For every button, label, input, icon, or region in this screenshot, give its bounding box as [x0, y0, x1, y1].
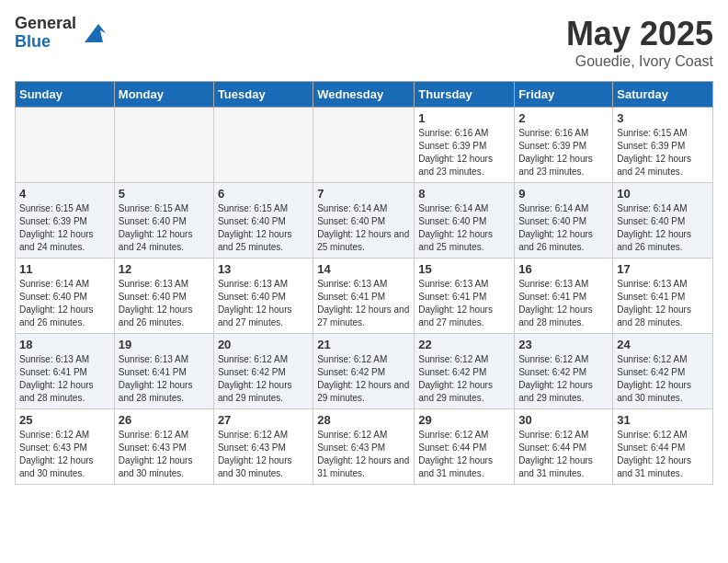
day-info: Sunrise: 6:13 AM Sunset: 6:40 PM Dayligh… [119, 278, 210, 329]
location: Gouedie, Ivory Coast [566, 53, 713, 70]
calendar-cell: 13Sunrise: 6:13 AM Sunset: 6:40 PM Dayli… [213, 259, 313, 334]
day-number: 18 [19, 338, 110, 351]
col-header-monday: Monday [114, 82, 213, 108]
calendar-cell: 8Sunrise: 6:14 AM Sunset: 6:40 PM Daylig… [415, 183, 515, 259]
week-row-3: 18Sunrise: 6:13 AM Sunset: 6:41 PM Dayli… [16, 334, 713, 409]
calendar-cell: 29Sunrise: 6:12 AM Sunset: 6:44 PM Dayli… [415, 409, 515, 485]
day-number: 28 [317, 413, 410, 427]
calendar-cell: 5Sunrise: 6:15 AM Sunset: 6:40 PM Daylig… [114, 183, 213, 259]
day-info: Sunrise: 6:14 AM Sunset: 6:40 PM Dayligh… [19, 278, 110, 329]
logo-icon [80, 19, 108, 47]
calendar: SundayMondayTuesdayWednesdayThursdayFrid… [15, 81, 713, 485]
day-info: Sunrise: 6:12 AM Sunset: 6:43 PM Dayligh… [19, 429, 110, 480]
calendar-cell: 10Sunrise: 6:14 AM Sunset: 6:40 PM Dayli… [613, 183, 713, 259]
day-number: 31 [617, 413, 709, 427]
calendar-cell: 4Sunrise: 6:15 AM Sunset: 6:39 PM Daylig… [16, 183, 115, 259]
calendar-cell: 2Sunrise: 6:16 AM Sunset: 6:39 PM Daylig… [515, 108, 613, 183]
day-info: Sunrise: 6:14 AM Sunset: 6:40 PM Dayligh… [418, 202, 510, 254]
calendar-cell: 31Sunrise: 6:12 AM Sunset: 6:44 PM Dayli… [613, 409, 713, 485]
calendar-cell: 3Sunrise: 6:15 AM Sunset: 6:39 PM Daylig… [613, 108, 713, 183]
day-number: 8 [418, 187, 510, 201]
page: General Blue May 2025 Gouedie, Ivory Coa… [0, 0, 728, 563]
calendar-cell: 28Sunrise: 6:12 AM Sunset: 6:43 PM Dayli… [313, 409, 415, 485]
day-number: 30 [518, 413, 609, 427]
day-info: Sunrise: 6:12 AM Sunset: 6:42 PM Dayligh… [317, 353, 410, 405]
day-info: Sunrise: 6:13 AM Sunset: 6:41 PM Dayligh… [19, 353, 110, 405]
day-number: 24 [617, 338, 709, 351]
day-number: 13 [218, 262, 309, 276]
day-number: 20 [218, 338, 309, 351]
header: General Blue May 2025 Gouedie, Ivory Coa… [15, 15, 713, 70]
week-row-4: 25Sunrise: 6:12 AM Sunset: 6:43 PM Dayli… [16, 409, 713, 485]
day-info: Sunrise: 6:13 AM Sunset: 6:40 PM Dayligh… [218, 278, 309, 329]
day-info: Sunrise: 6:13 AM Sunset: 6:41 PM Dayligh… [418, 278, 510, 329]
day-number: 19 [119, 338, 210, 351]
day-info: Sunrise: 6:13 AM Sunset: 6:41 PM Dayligh… [617, 278, 709, 329]
day-info: Sunrise: 6:12 AM Sunset: 6:42 PM Dayligh… [518, 353, 609, 405]
day-number: 25 [19, 413, 110, 427]
day-number: 9 [518, 187, 609, 201]
calendar-header-row: SundayMondayTuesdayWednesdayThursdayFrid… [16, 82, 713, 108]
calendar-cell [313, 108, 415, 183]
calendar-cell: 18Sunrise: 6:13 AM Sunset: 6:41 PM Dayli… [16, 334, 115, 409]
day-info: Sunrise: 6:14 AM Sunset: 6:40 PM Dayligh… [617, 202, 709, 254]
col-header-wednesday: Wednesday [313, 82, 415, 108]
day-number: 21 [317, 338, 410, 351]
day-number: 1 [418, 111, 510, 125]
calendar-cell: 7Sunrise: 6:14 AM Sunset: 6:40 PM Daylig… [313, 183, 415, 259]
day-info: Sunrise: 6:12 AM Sunset: 6:43 PM Dayligh… [119, 429, 210, 480]
calendar-cell: 12Sunrise: 6:13 AM Sunset: 6:40 PM Dayli… [114, 259, 213, 334]
calendar-cell: 30Sunrise: 6:12 AM Sunset: 6:44 PM Dayli… [515, 409, 613, 485]
calendar-cell: 23Sunrise: 6:12 AM Sunset: 6:42 PM Dayli… [515, 334, 613, 409]
calendar-cell: 27Sunrise: 6:12 AM Sunset: 6:43 PM Dayli… [213, 409, 313, 485]
day-number: 6 [218, 187, 309, 201]
calendar-cell: 17Sunrise: 6:13 AM Sunset: 6:41 PM Dayli… [613, 259, 713, 334]
calendar-cell: 24Sunrise: 6:12 AM Sunset: 6:42 PM Dayli… [613, 334, 713, 409]
calendar-cell: 25Sunrise: 6:12 AM Sunset: 6:43 PM Dayli… [16, 409, 115, 485]
day-number: 4 [19, 187, 110, 201]
day-info: Sunrise: 6:12 AM Sunset: 6:42 PM Dayligh… [617, 353, 709, 405]
day-number: 5 [119, 187, 210, 201]
month-title: May 2025 [566, 15, 713, 53]
day-info: Sunrise: 6:14 AM Sunset: 6:40 PM Dayligh… [317, 202, 410, 254]
day-info: Sunrise: 6:13 AM Sunset: 6:41 PM Dayligh… [518, 278, 609, 329]
day-number: 29 [418, 413, 510, 427]
calendar-cell: 20Sunrise: 6:12 AM Sunset: 6:42 PM Dayli… [213, 334, 313, 409]
day-info: Sunrise: 6:12 AM Sunset: 6:42 PM Dayligh… [418, 353, 510, 405]
calendar-cell: 22Sunrise: 6:12 AM Sunset: 6:42 PM Dayli… [415, 334, 515, 409]
col-header-tuesday: Tuesday [213, 82, 313, 108]
day-info: Sunrise: 6:13 AM Sunset: 6:41 PM Dayligh… [119, 353, 210, 405]
calendar-cell: 16Sunrise: 6:13 AM Sunset: 6:41 PM Dayli… [515, 259, 613, 334]
day-info: Sunrise: 6:12 AM Sunset: 6:43 PM Dayligh… [218, 429, 309, 480]
col-header-friday: Friday [515, 82, 613, 108]
logo-text: General Blue [15, 15, 76, 52]
day-number: 17 [617, 262, 709, 276]
col-header-sunday: Sunday [16, 82, 115, 108]
calendar-cell: 14Sunrise: 6:13 AM Sunset: 6:41 PM Dayli… [313, 259, 415, 334]
day-info: Sunrise: 6:16 AM Sunset: 6:39 PM Dayligh… [518, 127, 609, 178]
day-info: Sunrise: 6:12 AM Sunset: 6:44 PM Dayligh… [518, 429, 609, 480]
title-area: May 2025 Gouedie, Ivory Coast [566, 15, 713, 70]
day-info: Sunrise: 6:15 AM Sunset: 6:40 PM Dayligh… [119, 202, 210, 254]
calendar-cell: 11Sunrise: 6:14 AM Sunset: 6:40 PM Dayli… [16, 259, 115, 334]
day-number: 27 [218, 413, 309, 427]
week-row-1: 4Sunrise: 6:15 AM Sunset: 6:39 PM Daylig… [16, 183, 713, 259]
week-row-0: 1Sunrise: 6:16 AM Sunset: 6:39 PM Daylig… [16, 108, 713, 183]
logo-blue: Blue [15, 33, 76, 52]
day-number: 23 [518, 338, 609, 351]
day-info: Sunrise: 6:12 AM Sunset: 6:44 PM Dayligh… [617, 429, 709, 480]
logo: General Blue [15, 15, 108, 52]
day-number: 22 [418, 338, 510, 351]
calendar-cell [213, 108, 313, 183]
day-number: 11 [19, 262, 110, 276]
calendar-cell [16, 108, 115, 183]
week-row-2: 11Sunrise: 6:14 AM Sunset: 6:40 PM Dayli… [16, 259, 713, 334]
day-number: 7 [317, 187, 410, 201]
col-header-saturday: Saturday [613, 82, 713, 108]
calendar-cell [114, 108, 213, 183]
day-info: Sunrise: 6:12 AM Sunset: 6:43 PM Dayligh… [317, 429, 410, 480]
logo-general: General [15, 15, 76, 33]
svg-marker-0 [85, 24, 106, 42]
calendar-cell: 21Sunrise: 6:12 AM Sunset: 6:42 PM Dayli… [313, 334, 415, 409]
day-number: 15 [418, 262, 510, 276]
